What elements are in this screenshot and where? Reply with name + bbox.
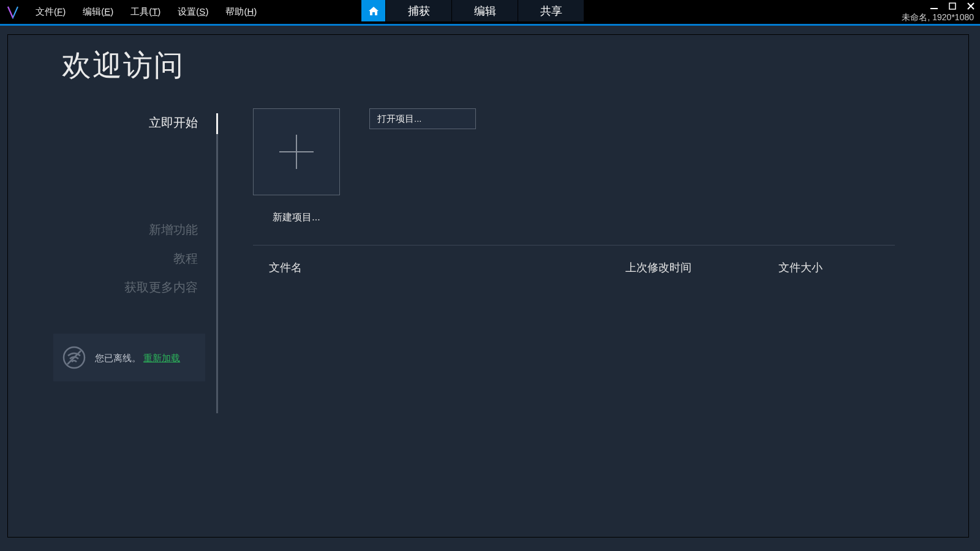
home-icon bbox=[368, 6, 379, 16]
mode-home[interactable] bbox=[361, 0, 386, 21]
close-button[interactable] bbox=[965, 1, 976, 12]
side-divider bbox=[216, 113, 218, 413]
offline-notice: 您已离线。 重新加载 bbox=[53, 334, 205, 381]
reload-link[interactable]: 重新加载 bbox=[143, 353, 180, 363]
menu-tools[interactable]: 工具(T) bbox=[122, 0, 169, 25]
svg-rect-0 bbox=[930, 8, 938, 9]
col-filename: 文件名 bbox=[253, 260, 625, 275]
new-project-label: 新建项目... bbox=[253, 211, 340, 224]
window-controls bbox=[929, 0, 976, 12]
side-get-more[interactable]: 获取更多内容 bbox=[8, 273, 216, 302]
divider bbox=[253, 245, 895, 246]
content-area: 新建项目... 打开项目... 文件名 上次修改时间 文件大小 bbox=[253, 108, 895, 275]
mode-share[interactable]: 共享 bbox=[518, 0, 584, 21]
welcome-panel: 欢迎访问 立即开始 新增功能 教程 获取更多内容 bbox=[7, 34, 969, 538]
menu-help[interactable]: 帮助(H) bbox=[217, 0, 265, 25]
new-project-box[interactable] bbox=[253, 108, 340, 195]
col-modified: 上次修改时间 bbox=[625, 260, 778, 275]
mode-capture[interactable]: 捕获 bbox=[386, 0, 452, 21]
action-tiles: 新建项目... 打开项目... bbox=[253, 108, 895, 224]
offline-icon bbox=[62, 345, 86, 370]
side-tutorials[interactable]: 教程 bbox=[8, 244, 216, 273]
svg-rect-1 bbox=[949, 3, 956, 9]
mode-tabs: 捕获 编辑 共享 bbox=[361, 0, 584, 26]
side-nav: 立即开始 新增功能 教程 获取更多内容 bbox=[8, 108, 216, 302]
new-project-tile[interactable]: 新建项目... bbox=[253, 108, 340, 224]
col-size: 文件大小 bbox=[778, 260, 895, 275]
minimize-button[interactable] bbox=[929, 1, 940, 12]
side-start[interactable]: 立即开始 bbox=[8, 108, 216, 137]
offline-text: 您已离线。 重新加载 bbox=[95, 351, 180, 364]
plus-icon bbox=[279, 135, 314, 169]
main-menu: 文件(F) 编辑(E) 工具(T) 设置(S) 帮助(H) bbox=[27, 0, 265, 25]
menu-edit[interactable]: 编辑(E) bbox=[74, 0, 122, 25]
app-window: 文件(F) 编辑(E) 工具(T) 设置(S) 帮助(H) 捕获 编辑 共享 bbox=[0, 0, 980, 551]
menu-file[interactable]: 文件(F) bbox=[27, 0, 74, 25]
document-status: 未命名, 1920*1080 bbox=[902, 12, 974, 23]
side-whats-new[interactable]: 新增功能 bbox=[8, 216, 216, 244]
recent-list-header: 文件名 上次修改时间 文件大小 bbox=[253, 260, 895, 275]
mode-edit[interactable]: 编辑 bbox=[452, 0, 518, 21]
app-logo-icon bbox=[4, 0, 22, 25]
titlebar: 文件(F) 编辑(E) 工具(T) 设置(S) 帮助(H) 捕获 编辑 共享 bbox=[0, 0, 980, 26]
maximize-button[interactable] bbox=[947, 1, 958, 12]
page-title: 欢迎访问 bbox=[62, 46, 184, 85]
body: 欢迎访问 立即开始 新增功能 教程 获取更多内容 bbox=[0, 26, 980, 551]
menu-settings[interactable]: 设置(S) bbox=[169, 0, 217, 25]
open-project-button[interactable]: 打开项目... bbox=[369, 108, 476, 129]
